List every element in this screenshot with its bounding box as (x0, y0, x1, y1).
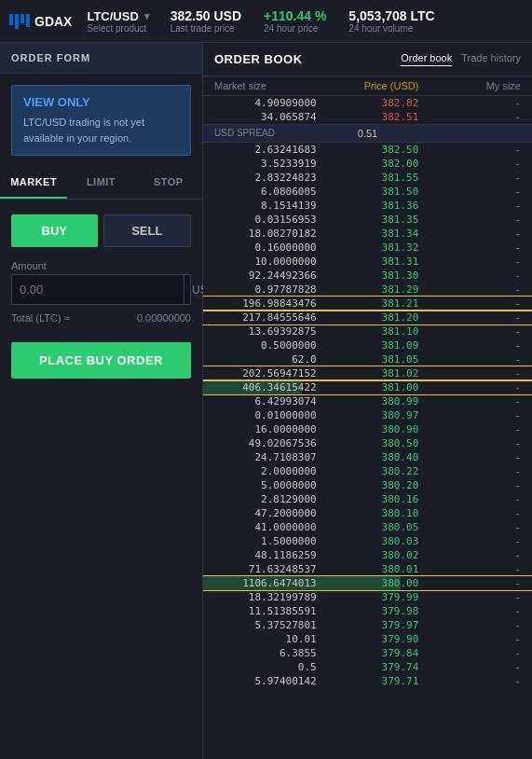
bid-row: 0.97787828 381.29 - (203, 283, 532, 297)
place-order-button[interactable]: PLACE BUY ORDER (11, 342, 191, 379)
bid-my-size: - (418, 255, 521, 268)
order-book-rows[interactable]: 4.90909000 382.82 - 34.065874 382.51 - U… (203, 96, 532, 759)
ask-size: 34.065874 (214, 111, 317, 123)
order-type-tabs: MARKET LIMIT STOP (0, 167, 202, 200)
product-name: LTC/USD ▼ (87, 9, 151, 23)
price-change-value: +110.44 % (264, 8, 326, 23)
bid-price: 381.36 (317, 200, 419, 212)
bid-my-size: - (418, 619, 521, 631)
bid-size: 18.08270182 (214, 228, 317, 240)
bid-size: 2.63241683 (214, 144, 317, 156)
top-bar: GDAX LTC/USD ▼ Select product 382.50 USD… (0, 0, 532, 43)
ask-row: 34.065874 382.51 - (203, 110, 532, 124)
amount-input[interactable] (12, 275, 184, 304)
bid-price: 381.34 (317, 228, 419, 240)
bid-price: 381.00 (317, 381, 419, 393)
ask-price: 382.82 (317, 97, 419, 109)
bid-price: 381.55 (317, 172, 419, 184)
logo: GDAX (9, 14, 72, 29)
bid-size: 217.84555646 (214, 311, 317, 324)
tab-order-book[interactable]: Order book (401, 52, 452, 66)
bid-price: 381.09 (317, 339, 419, 352)
bid-row: 41.0000000 380.05 - (203, 520, 532, 534)
bid-size: 1.5000000 (214, 535, 317, 547)
bid-row: 202.56947152 381.02 - (203, 366, 532, 380)
bid-size: 10.0000000 (214, 255, 317, 268)
total-value: 0.00000000 (137, 312, 191, 324)
bid-price: 380.20 (317, 479, 419, 491)
bid-row: 5.97400142 379.71 - (203, 674, 532, 688)
bid-size: 8.1514139 (214, 200, 317, 212)
bid-my-size: - (418, 158, 521, 170)
bid-my-size: - (418, 563, 521, 575)
tab-trade-history[interactable]: Trade history (461, 52, 521, 66)
ask-size: 4.90909000 (214, 97, 317, 109)
logo-icon (9, 14, 30, 29)
tab-stop[interactable]: STOP (135, 167, 202, 199)
product-selector[interactable]: LTC/USD ▼ Select product (87, 9, 151, 34)
bid-size: 5.0000000 (214, 479, 317, 491)
bid-row: 0.01000000 380.97 - (203, 408, 532, 422)
bid-my-size: - (418, 535, 521, 547)
bid-row: 8.1514139 381.36 - (203, 199, 532, 213)
bid-my-size: - (418, 423, 521, 435)
bid-price: 381.21 (317, 297, 419, 310)
bid-size: 47.2000000 (214, 507, 317, 519)
bid-my-size: - (418, 144, 521, 156)
spread-row: USD SPREAD 0.51 (203, 124, 532, 143)
bid-price: 380.90 (317, 423, 419, 435)
bid-my-size: - (418, 353, 521, 366)
logo-bar-1 (9, 14, 13, 25)
bid-row: 10.0000000 381.31 - (203, 255, 532, 269)
bid-size: 71.63248537 (214, 563, 317, 575)
bid-price: 379.71 (317, 675, 419, 687)
bid-row: 0.5 379.74 - (203, 660, 532, 674)
bid-size: 1106.6474013 (214, 577, 317, 589)
tab-market[interactable]: MARKET (0, 167, 67, 199)
spread-value: 0.51 (317, 128, 419, 139)
logo-bar-3 (20, 14, 24, 23)
bid-row: 92.24492366 381.30 - (203, 269, 532, 283)
buy-button[interactable]: BUY (11, 214, 98, 247)
bid-my-size: - (418, 675, 521, 687)
bid-price: 381.31 (317, 255, 419, 268)
bid-my-size: - (418, 409, 521, 421)
ask-row: 4.90909000 382.82 - (203, 96, 532, 110)
bid-size: 0.5 (214, 661, 317, 673)
order-form-header: ORDER FORM (0, 43, 202, 74)
sell-button[interactable]: SELL (103, 214, 192, 247)
bid-price: 380.97 (317, 409, 419, 421)
bid-price: 381.20 (317, 311, 419, 324)
chevron-down-icon: ▼ (143, 11, 152, 21)
bid-price: 379.90 (317, 633, 419, 645)
bid-size: 2.0000000 (214, 465, 317, 477)
bid-size: 2.83224823 (214, 172, 317, 184)
bid-row: 3.5233919 382.00 - (203, 157, 532, 171)
bid-size: 62.0 (214, 353, 317, 366)
bid-row: 18.08270182 381.34 - (203, 227, 532, 241)
bid-my-size: - (418, 465, 521, 477)
bid-my-size: - (418, 172, 521, 184)
bid-row: 2.0000000 380.22 - (203, 464, 532, 478)
bid-price: 380.01 (317, 563, 419, 575)
amount-label: Amount (11, 260, 191, 271)
bid-size: 11.51385591 (214, 605, 317, 617)
bid-my-size: - (418, 325, 521, 338)
tab-limit[interactable]: LIMIT (67, 167, 134, 199)
bid-size: 0.01000000 (214, 409, 317, 421)
bid-price: 380.10 (317, 507, 419, 519)
bid-price: 380.16 (317, 493, 419, 505)
bid-row: 16.0000000 380.90 - (203, 422, 532, 436)
bid-price: 380.03 (317, 535, 419, 547)
bid-row: 18.32199789 379.99 - (203, 590, 532, 604)
bid-size: 2.8129000 (214, 493, 317, 505)
bid-row: 5.0000000 380.20 - (203, 478, 532, 492)
bid-my-size: - (418, 228, 521, 240)
bid-size: 10.01 (214, 633, 317, 645)
bid-row: 49.02067536 380.50 - (203, 436, 532, 450)
bid-price: 381.32 (317, 242, 419, 254)
bid-row: 6.0806005 381.50 - (203, 185, 532, 199)
bid-my-size: - (418, 283, 521, 296)
bid-my-size: - (418, 521, 521, 533)
bid-row: 196.98843476 381.21 - (203, 297, 532, 310)
